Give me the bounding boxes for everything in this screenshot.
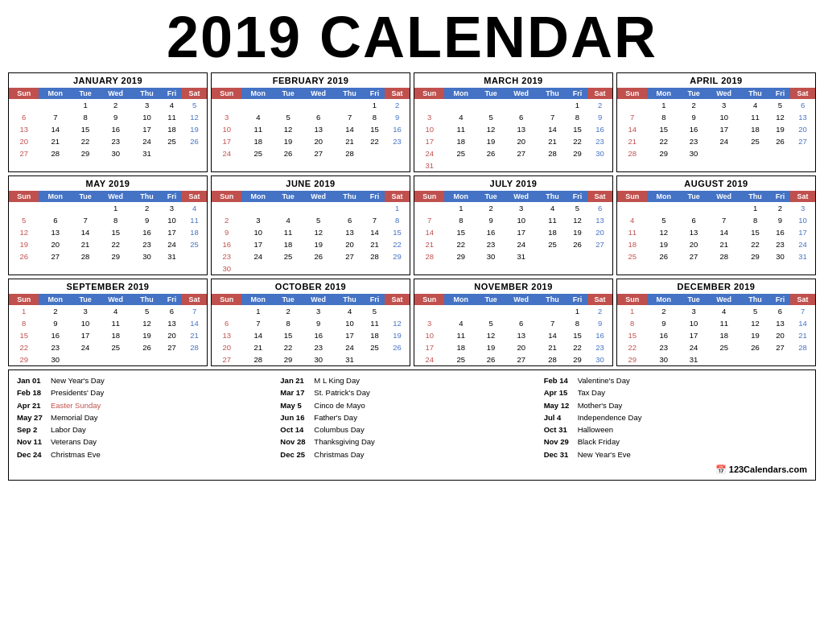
cal-day: 10 bbox=[132, 111, 161, 123]
cal-day bbox=[444, 99, 477, 111]
holiday-date: Oct 14 bbox=[280, 424, 314, 436]
cal-day bbox=[790, 353, 815, 365]
cal-day: 5 bbox=[740, 305, 769, 317]
cal-day: 15 bbox=[72, 123, 99, 135]
cal-day bbox=[9, 202, 39, 214]
page-title: 2019 CALENDAR bbox=[8, 8, 816, 66]
month-title: FEBRUARY 2019 bbox=[212, 73, 410, 88]
cal-day: 3 bbox=[241, 214, 274, 226]
holiday-date: May 27 bbox=[17, 412, 51, 423]
day-header: Wed bbox=[302, 294, 335, 305]
cal-day: 25 bbox=[538, 238, 566, 250]
month-block-2: FEBRUARY 2019SunMonTueWedThuFriSat123456… bbox=[211, 72, 410, 172]
cal-day: 17 bbox=[707, 123, 740, 135]
day-header: Mon bbox=[241, 191, 274, 202]
holiday-name: Mother's Day bbox=[578, 400, 623, 411]
cal-day bbox=[365, 202, 385, 214]
cal-day: 24 bbox=[132, 135, 161, 147]
cal-day: 16 bbox=[99, 123, 132, 135]
holiday-name: Valentine's Day bbox=[578, 375, 630, 386]
cal-day: 10 bbox=[790, 214, 815, 226]
holiday-row: Jan 01New Year's Day bbox=[17, 375, 280, 386]
cal-day: 21 bbox=[790, 329, 815, 341]
day-header: Tue bbox=[274, 294, 302, 305]
cal-day bbox=[444, 159, 477, 171]
cal-day: 18 bbox=[444, 135, 477, 147]
cal-day: 5 bbox=[647, 214, 680, 226]
cal-day: 4 bbox=[241, 111, 274, 123]
cal-day: 14 bbox=[707, 226, 740, 238]
month-block-10: OCTOBER 2019SunMonTueWedThuFriSat1234567… bbox=[211, 279, 410, 366]
cal-day: 24 bbox=[162, 238, 182, 250]
cal-day: 13 bbox=[680, 226, 707, 238]
cal-day: 6 bbox=[770, 305, 790, 317]
cal-day: 21 bbox=[414, 238, 444, 250]
cal-day bbox=[385, 147, 410, 159]
cal-day bbox=[538, 99, 566, 111]
cal-day: 12 bbox=[567, 214, 587, 226]
cal-day: 3 bbox=[302, 305, 335, 317]
cal-day: 25 bbox=[182, 238, 207, 250]
cal-day: 20 bbox=[680, 238, 707, 250]
cal-day: 24 bbox=[72, 341, 99, 353]
cal-day: 26 bbox=[567, 238, 587, 250]
cal-day: 26 bbox=[385, 341, 410, 353]
day-header: Mon bbox=[39, 88, 72, 99]
cal-day: 23 bbox=[647, 341, 680, 353]
holiday-row: May 12Mother's Day bbox=[544, 400, 807, 411]
day-header: Mon bbox=[647, 88, 680, 99]
day-header: Fri bbox=[162, 191, 182, 202]
cal-day: 12 bbox=[132, 317, 161, 329]
cal-table: SunMonTueWedThuFriSat1234567891011121314… bbox=[212, 294, 410, 365]
day-header: Thu bbox=[538, 294, 566, 305]
day-header: Sat bbox=[182, 191, 207, 202]
cal-day: 25 bbox=[444, 147, 477, 159]
day-header: Fri bbox=[770, 294, 790, 305]
cal-day: 4 bbox=[538, 202, 566, 214]
cal-day: 23 bbox=[587, 341, 612, 353]
holiday-row: Jul 4Independence Day bbox=[544, 412, 807, 423]
cal-day: 6 bbox=[680, 214, 707, 226]
cal-day: 29 bbox=[740, 250, 769, 262]
cal-day: 18 bbox=[241, 135, 274, 147]
day-header: Mon bbox=[444, 191, 477, 202]
cal-day: 5 bbox=[274, 111, 302, 123]
cal-day: 12 bbox=[477, 123, 505, 135]
cal-day: 29 bbox=[567, 353, 587, 365]
cal-day: 16 bbox=[587, 329, 612, 341]
cal-day: 17 bbox=[132, 123, 161, 135]
cal-day: 8 bbox=[740, 214, 769, 226]
cal-day bbox=[477, 305, 505, 317]
cal-day bbox=[538, 250, 566, 262]
cal-day: 30 bbox=[302, 353, 335, 365]
cal-day bbox=[385, 305, 410, 317]
cal-day: 5 bbox=[182, 99, 207, 111]
cal-day: 9 bbox=[302, 317, 335, 329]
cal-day: 27 bbox=[212, 353, 241, 365]
holiday-date: Mar 17 bbox=[280, 387, 314, 398]
cal-day: 19 bbox=[770, 123, 790, 135]
cal-day: 27 bbox=[302, 147, 335, 159]
cal-day: 20 bbox=[587, 226, 612, 238]
cal-day: 16 bbox=[477, 226, 505, 238]
cal-table: SunMonTueWedThuFriSat1234567891011121314… bbox=[617, 88, 815, 159]
day-header: Sun bbox=[9, 294, 39, 305]
holiday-name: Easter Sunday bbox=[51, 400, 101, 411]
day-header: Sun bbox=[212, 294, 241, 305]
cal-day: 7 bbox=[335, 111, 364, 123]
cal-day: 25 bbox=[99, 341, 132, 353]
cal-day: 22 bbox=[444, 238, 477, 250]
cal-day bbox=[72, 353, 99, 365]
cal-day: 23 bbox=[587, 135, 612, 147]
cal-day: 8 bbox=[567, 111, 587, 123]
day-header: Sun bbox=[212, 191, 241, 202]
cal-day: 9 bbox=[132, 214, 161, 226]
cal-day bbox=[274, 202, 302, 214]
cal-day: 29 bbox=[617, 353, 647, 365]
day-header: Thu bbox=[132, 88, 161, 99]
holiday-name: Presidents' Day bbox=[51, 387, 104, 398]
cal-day: 9 bbox=[477, 214, 505, 226]
cal-day: 22 bbox=[72, 135, 99, 147]
cal-day bbox=[538, 305, 566, 317]
cal-day: 18 bbox=[162, 123, 182, 135]
